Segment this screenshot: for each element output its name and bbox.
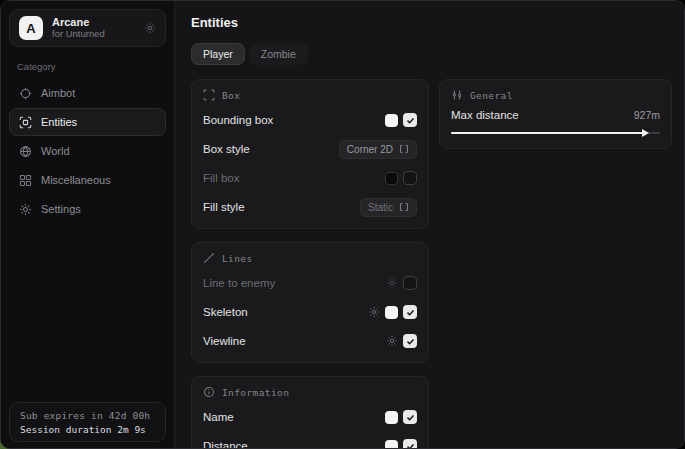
sliders-icon: [451, 89, 463, 101]
max-distance-slider[interactable]: [451, 129, 660, 137]
box-section: Box Bounding box: [191, 79, 429, 229]
scan-box-icon: [19, 116, 32, 129]
max-distance-row: Max distance 927m: [451, 109, 660, 121]
sidebar-item-label: Miscellaneous: [41, 174, 111, 186]
selector-icon: [399, 202, 409, 212]
general-section: General Max distance 927m: [439, 79, 672, 149]
gear-icon: [19, 203, 32, 216]
info-icon: [203, 386, 215, 398]
subscription-card: Sub expires in 42d 00h Session duration …: [9, 402, 166, 442]
setting-row-box-style: Box style Corner 2D: [203, 139, 417, 159]
setting-row-line-to-enemy: Line to enemy: [203, 273, 417, 293]
setting-row-name: Name: [203, 407, 417, 427]
setting-label: Name: [203, 411, 385, 423]
viewline-checkbox[interactable]: [403, 334, 417, 348]
color-swatch[interactable]: [385, 440, 398, 449]
gear-icon[interactable]: [386, 335, 398, 347]
selector-icon: [399, 144, 409, 154]
information-section-title: Information: [222, 387, 289, 398]
setting-label: Line to enemy: [203, 277, 386, 289]
setting-row-fill-box: Fill box: [203, 168, 417, 188]
setting-label: Max distance: [451, 109, 634, 121]
sidebar-item-world[interactable]: World: [9, 137, 166, 165]
setting-label: Fill box: [203, 172, 385, 184]
skeleton-checkbox[interactable]: [403, 305, 417, 319]
color-swatch[interactable]: [385, 306, 398, 319]
lines-section: Lines Line to enemy: [191, 242, 429, 363]
max-distance-value: 927m: [634, 109, 660, 121]
brand-subtitle: for Unturned: [52, 29, 135, 40]
main-panel: Entities Player Zombie Box: [175, 1, 684, 448]
crosshair-icon: [19, 87, 32, 100]
general-section-title: General: [470, 90, 513, 101]
bounding-box-checkbox[interactable]: [403, 113, 417, 127]
information-section-header: Information: [203, 386, 417, 398]
entity-tabs: Player Zombie: [191, 43, 672, 65]
setting-label: Skeleton: [203, 306, 368, 318]
fill-style-dropdown[interactable]: Static: [360, 198, 417, 217]
box-section-title: Box: [222, 90, 240, 101]
page-title: Entities: [191, 15, 672, 30]
sub-expiry-text: Sub expires in 42d 00h: [20, 410, 155, 421]
grid-icon: [19, 174, 32, 187]
setting-row-fill-style: Fill style Static: [203, 197, 417, 217]
diagonal-line-icon: [203, 252, 215, 264]
sidebar-item-miscellaneous[interactable]: Miscellaneous: [9, 166, 166, 194]
tab-player[interactable]: Player: [191, 43, 245, 65]
sidebar-item-label: Aimbot: [41, 87, 75, 99]
brand-text: Arcane for Unturned: [52, 16, 135, 40]
setting-row-distance: Distance: [203, 436, 417, 449]
general-section-header: General: [451, 89, 660, 101]
dropdown-value: Corner 2D: [347, 144, 393, 155]
name-checkbox[interactable]: [403, 410, 417, 424]
right-column: General Max distance 927m: [439, 79, 672, 149]
setting-label: Distance: [203, 440, 385, 449]
sidebar: A Arcane for Unturned Category: [1, 1, 175, 448]
gear-icon[interactable]: [386, 277, 398, 289]
color-swatch[interactable]: [385, 172, 398, 185]
arcane-menu-window: A Arcane for Unturned Category: [0, 0, 685, 449]
slider-thumb-arrow[interactable]: [642, 129, 649, 137]
color-swatch[interactable]: [385, 411, 398, 424]
settings-content: Box Bounding box: [191, 79, 672, 449]
sidebar-item-settings[interactable]: Settings: [9, 195, 166, 223]
dropdown-value: Static: [368, 202, 393, 213]
session-duration-text: Session duration 2m 9s: [20, 424, 155, 435]
setting-row-skeleton: Skeleton: [203, 302, 417, 322]
brand-name: Arcane: [52, 16, 135, 29]
gear-icon[interactable]: [144, 22, 156, 34]
gear-icon[interactable]: [368, 306, 380, 318]
color-swatch[interactable]: [385, 114, 398, 127]
setting-label: Box style: [203, 143, 339, 155]
arcane-logo: A: [19, 16, 43, 40]
slider-fill: [451, 132, 643, 134]
globe-icon: [19, 145, 32, 158]
setting-label: Bounding box: [203, 114, 385, 126]
distance-checkbox[interactable]: [403, 439, 417, 449]
line-to-enemy-checkbox[interactable]: [403, 276, 417, 290]
setting-label: Fill style: [203, 201, 360, 213]
box-style-dropdown[interactable]: Corner 2D: [339, 140, 417, 159]
setting-label: Viewline: [203, 335, 386, 347]
box-section-header: Box: [203, 89, 417, 101]
setting-row-viewline: Viewline: [203, 331, 417, 351]
information-section: Information Name: [191, 376, 429, 449]
setting-row-bounding-box: Bounding box: [203, 110, 417, 130]
sidebar-nav: Aimbot Entities World: [1, 79, 174, 223]
bounding-box-icon: [203, 89, 215, 101]
sidebar-item-label: World: [41, 145, 70, 157]
sidebar-item-aimbot[interactable]: Aimbot: [9, 79, 166, 107]
sidebar-item-entities[interactable]: Entities: [9, 108, 166, 136]
sidebar-item-label: Settings: [41, 203, 81, 215]
category-label: Category: [17, 61, 158, 72]
sidebar-item-label: Entities: [41, 116, 77, 128]
tab-zombie[interactable]: Zombie: [249, 43, 308, 65]
lines-section-title: Lines: [222, 253, 253, 264]
lines-section-header: Lines: [203, 252, 417, 264]
left-column: Box Bounding box: [191, 79, 429, 449]
brand-card: A Arcane for Unturned: [9, 9, 166, 47]
fill-box-checkbox[interactable]: [403, 171, 417, 185]
